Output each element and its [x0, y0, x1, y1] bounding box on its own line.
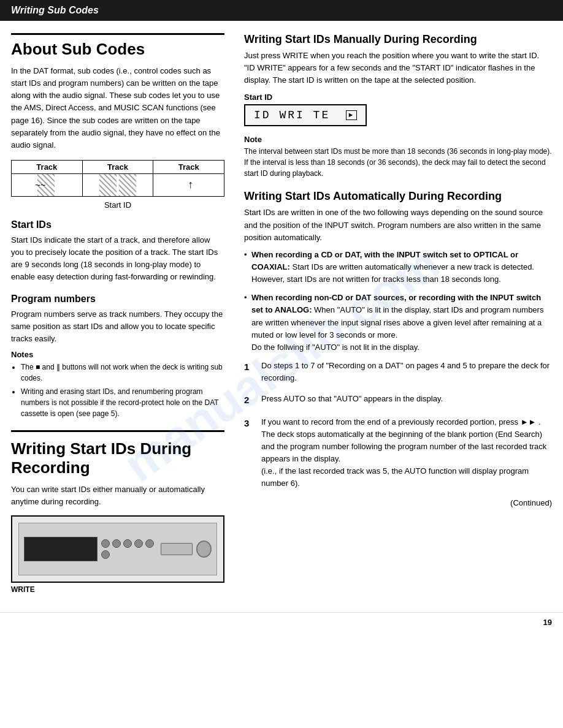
left-column: About Sub Codes In the DAT format, sub c…: [11, 33, 238, 600]
deck-btn-2: [112, 539, 121, 548]
note-item-1: The ■ and ‖ buttons will not work when t…: [21, 362, 224, 384]
auto-intro: Start IDs are written in one of the two …: [244, 207, 552, 243]
track-hash-mid: [99, 174, 117, 196]
bullet-item-1: When recording a CD or DAT, with the INP…: [244, 249, 552, 286]
deck-body: [18, 523, 217, 575]
notes-list: Notes The ■ and ‖ buttons will not work …: [11, 350, 224, 419]
display-area: Start ID ID WRI TE ►: [244, 93, 552, 126]
section-divider: [11, 430, 224, 432]
numbered-steps: 1 Do steps 1 to 7 of "Recording on a DAT…: [244, 360, 552, 490]
manual-text: Just press WRITE when you reach the posi…: [244, 50, 552, 86]
note-title: Note: [244, 135, 552, 144]
step-3: 3 If you want to record from the end of …: [244, 416, 552, 490]
step-3-text: If you want to record from the end of a …: [261, 416, 552, 490]
display-indicator: ►: [346, 110, 357, 120]
deck-btn-1: [101, 539, 110, 548]
deck-btn-5: [145, 539, 154, 548]
step-3-num: 3: [244, 416, 255, 490]
auto-title: Writing Start IDs Automatically During R…: [244, 190, 552, 203]
note-item-2: Writing and erasing start IDs, and renum…: [21, 386, 224, 419]
track-header-2: Track: [83, 161, 154, 173]
section2-title: Writing Start IDs During Recording: [11, 439, 224, 477]
tilde-1: ~~: [35, 180, 46, 190]
track-hash-mid-right: [119, 174, 136, 196]
header-bar: Writing Sub Codes: [0, 0, 563, 21]
arrow-mark: ↑: [188, 178, 193, 191]
device-image: [11, 515, 224, 583]
device-image-inner: [12, 517, 223, 582]
step-2: 2 Press AUTO so that "AUTO" appears in t…: [244, 393, 552, 407]
about-sub-codes-title: About Sub Codes: [11, 33, 224, 59]
deck-btn-3: [123, 539, 132, 548]
track-cell-2: [83, 174, 154, 196]
bullet-item-2: When recording non-CD or DAT sources, or…: [244, 292, 552, 354]
start-ids-title: Start IDs: [11, 219, 224, 230]
track-header-1: Track: [12, 161, 83, 173]
note-box: Note The interval between start IDs must…: [244, 135, 552, 179]
page-footer: 19: [0, 612, 563, 632]
page-number: 19: [543, 618, 552, 627]
step-1: 1 Do steps 1 to 7 of "Recording on a DAT…: [244, 360, 552, 384]
deck-display: [24, 537, 98, 561]
track-cell-1: ~~: [12, 174, 83, 196]
track-header-3: Track: [153, 161, 224, 173]
start-ids-text: Start IDs indicate the start of a track,…: [11, 234, 224, 284]
step-2-num: 2: [244, 393, 255, 407]
deck-btn-4: [134, 539, 143, 548]
diagram-label: Start ID: [11, 200, 224, 210]
section2-intro: You can write start IDs either manually …: [11, 483, 224, 508]
header-title: Writing Sub Codes: [11, 5, 99, 16]
display-label: Start ID: [244, 93, 552, 102]
bullet-list: When recording a CD or DAT, with the INP…: [244, 249, 552, 354]
notes-items: The ■ and ‖ buttons will not work when t…: [11, 362, 224, 419]
display-text: ID WRI TE: [254, 109, 341, 121]
deck-knob: [196, 540, 212, 558]
intro-paragraph: In the DAT format, sub codes (i.e., cont…: [11, 65, 224, 151]
program-numbers-title: Program numbers: [11, 294, 224, 305]
track-diagram: Track Track Track ~~ ↑: [11, 160, 224, 197]
display-box: ID WRI TE ►: [244, 104, 367, 126]
continued-label: (Continued): [244, 498, 552, 507]
track-header-row: Track Track Track: [12, 161, 224, 174]
deck-buttons: [101, 539, 157, 559]
device-label: WRITE: [11, 585, 224, 594]
notes-list-title: Notes: [11, 350, 224, 359]
right-column: Writing Start IDs Manually During Record…: [238, 33, 552, 600]
program-numbers-text: Program numbers serve as track numbers. …: [11, 308, 224, 345]
deck-slot: [161, 543, 193, 555]
page-content: About Sub Codes In the DAT format, sub c…: [0, 21, 563, 612]
track-body-row: ~~ ↑: [12, 174, 224, 196]
note-text: The interval between start IDs must be m…: [244, 146, 552, 179]
step-1-num: 1: [244, 360, 255, 384]
step-2-text: Press AUTO so that "AUTO" appears in the…: [261, 393, 443, 407]
bullet-1-text: Start IDs are written automatically when…: [251, 262, 534, 284]
track-cell-3: ↑: [153, 174, 224, 196]
step-1-text: Do steps 1 to 7 of "Recording on a DAT" …: [261, 360, 552, 384]
deck-btn-6: [101, 550, 110, 559]
manual-title: Writing Start IDs Manually During Record…: [244, 33, 552, 46]
